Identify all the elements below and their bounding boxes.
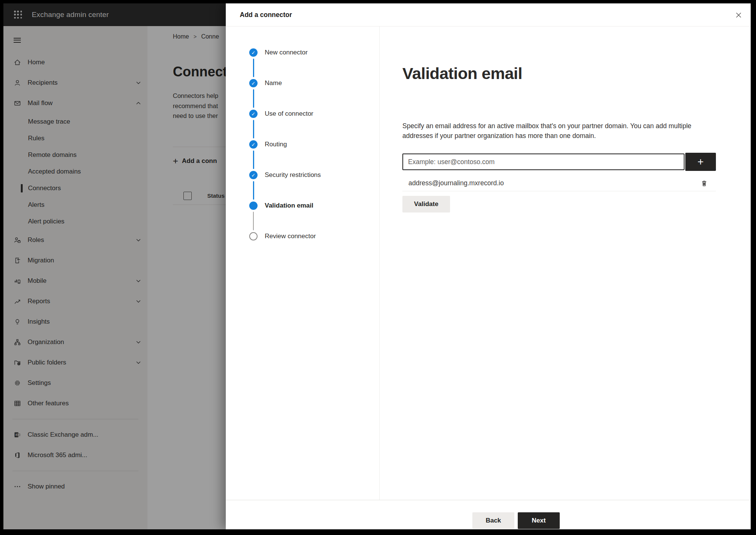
close-icon[interactable] bbox=[733, 10, 744, 20]
next-button[interactable]: Next bbox=[518, 512, 560, 529]
panel-description: Specify an email address for an active m… bbox=[402, 121, 695, 141]
email-input[interactable] bbox=[402, 154, 685, 170]
step-current-dot bbox=[249, 202, 258, 210]
step-connector-line bbox=[253, 212, 254, 230]
screenshot-root: Exchange admin center Home Recipients bbox=[0, 0, 756, 535]
modal-body: ✓ New connector ✓ Name ✓ Use of connecto… bbox=[226, 26, 751, 500]
add-email-button[interactable]: + bbox=[685, 153, 716, 171]
step-check-icon: ✓ bbox=[249, 140, 258, 149]
step-check-icon: ✓ bbox=[249, 110, 258, 118]
modal-header: Add a connector bbox=[226, 3, 751, 26]
back-button[interactable]: Back bbox=[472, 512, 514, 529]
panel-heading: Validation email bbox=[402, 64, 522, 83]
step-connector-line bbox=[253, 120, 254, 138]
delete-address-icon[interactable] bbox=[699, 178, 709, 188]
step-check-icon: ✓ bbox=[249, 171, 258, 179]
step-connector-line bbox=[253, 150, 254, 169]
wizard-steps: ✓ New connector ✓ Name ✓ Use of connecto… bbox=[226, 26, 380, 500]
step-connector-line bbox=[253, 59, 254, 77]
email-entry-row: + bbox=[402, 153, 716, 171]
step-connector-line bbox=[253, 181, 254, 200]
exchange-admin-app: Exchange admin center Home Recipients bbox=[3, 3, 751, 529]
validate-button[interactable]: Validate bbox=[402, 196, 450, 212]
address-email: address@journaling.mxrecord.io bbox=[408, 179, 504, 187]
validation-email-panel: Validation email Specify an email addres… bbox=[402, 26, 716, 500]
modal-title: Add a connector bbox=[240, 3, 292, 26]
step-connector-line bbox=[253, 89, 254, 108]
modal-footer: Back Next bbox=[226, 500, 751, 529]
step-check-icon: ✓ bbox=[249, 79, 258, 87]
step-todo-circle bbox=[249, 232, 258, 240]
add-connector-modal: Add a connector ✓ New connector ✓ Name bbox=[226, 3, 751, 529]
address-list-item: address@journaling.mxrecord.io bbox=[402, 175, 716, 191]
step-check-icon: ✓ bbox=[249, 48, 258, 57]
